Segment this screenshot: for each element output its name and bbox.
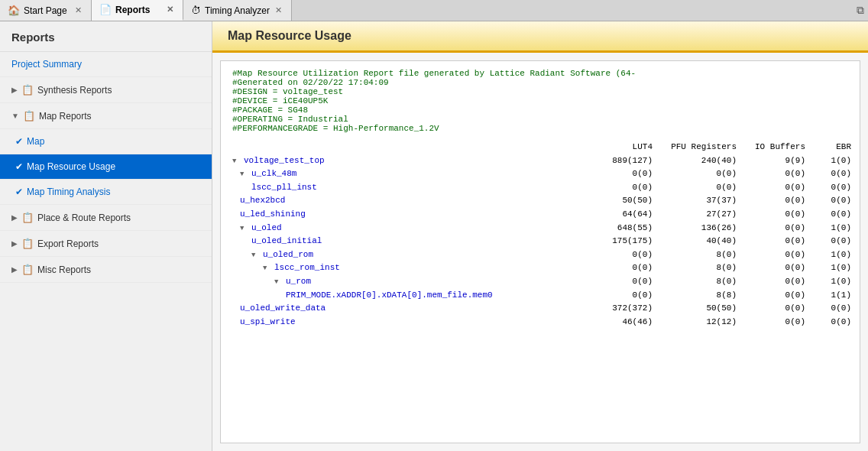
tab-start-page[interactable]: 🏠 Start Page ✕ bbox=[0, 0, 92, 21]
sidebar-item-place-route[interactable]: ▶ 📋 Place & Route Reports bbox=[0, 205, 212, 231]
timing-icon: ⏱ bbox=[191, 5, 201, 16]
report-inner: #Map Resource Utilization Report file ge… bbox=[221, 61, 860, 336]
table-row: PRIM_MODE.xADDR[0].xDATA[0].mem_file.mem… bbox=[232, 289, 848, 303]
export-reports-label: Export Reports bbox=[37, 238, 99, 249]
map-check-icon: ✔ bbox=[15, 136, 23, 147]
row-name-u-led-shining: u_led_shining bbox=[232, 208, 576, 222]
map-reports-arrow: ▼ bbox=[11, 112, 19, 120]
sidebar-item-map-reports[interactable]: ▼ 📋 Map Reports bbox=[0, 103, 212, 129]
content-area: Map Resource Usage #Map Resource Utiliza… bbox=[212, 21, 868, 451]
home-icon: 🏠 bbox=[8, 5, 20, 16]
sidebar-item-map[interactable]: ✔ Map bbox=[0, 129, 212, 154]
restore-icon[interactable]: ⧉ bbox=[857, 4, 864, 17]
table-row: ▼ u_clk_48m 0(0) 0(0) 0(0) 0(0) bbox=[232, 167, 848, 181]
tab-reports-close[interactable]: ✕ bbox=[165, 5, 175, 15]
misc-reports-label: Misc Reports bbox=[37, 264, 91, 275]
misc-icon: 📋 bbox=[21, 264, 34, 275]
report-line-6: #OPERATING = Industrial bbox=[232, 115, 848, 124]
map-timing-check-icon: ✔ bbox=[15, 187, 23, 197]
table-row: ▼ u_rom 0(0) 8(0) 0(0) 1(0) bbox=[232, 275, 848, 289]
main-container: Reports Project Summary ▶ 📋 Synthesis Re… bbox=[0, 21, 868, 451]
content-title: Map Resource Usage bbox=[228, 29, 351, 42]
table-row: u_spi_write 46(46) 12(12) 0(0) 0(0) bbox=[232, 316, 848, 329]
reports-icon: 📄 bbox=[99, 4, 112, 15]
table-row: u_oled_write_data 372(372) 50(50) 0(0) 0… bbox=[232, 302, 848, 316]
map-resource-check-icon: ✔ bbox=[15, 161, 23, 172]
misc-arrow: ▶ bbox=[11, 265, 18, 274]
table-row: lscc_pll_inst 0(0) 0(0) 0(0) 0(0) bbox=[232, 181, 848, 195]
row-name-lscc-pll-inst: lscc_pll_inst bbox=[232, 181, 576, 195]
report-line-2: #Generated on 02/20/22 17:04:09 bbox=[232, 78, 848, 87]
sidebar-item-misc-reports[interactable]: ▶ 📋 Misc Reports bbox=[0, 257, 212, 283]
tab-timing-close[interactable]: ✕ bbox=[274, 5, 283, 15]
report-line-4: #DEVICE = iCE40UP5K bbox=[232, 96, 848, 105]
tab-timing-analyzer[interactable]: ⏱ Timing Analyzer ✕ bbox=[183, 0, 292, 21]
row-name-voltage-test-top: ▼ voltage_test_top bbox=[232, 154, 576, 168]
table-row: ▼ voltage_test_top 889(127) 240(40) 9(9)… bbox=[232, 154, 848, 168]
map-reports-label: Map Reports bbox=[39, 111, 92, 122]
sidebar-item-synthesis-reports[interactable]: ▶ 📋 Synthesis Reports bbox=[0, 77, 212, 103]
row-name-lscc-rom-inst: ▼ lscc_rom_inst bbox=[232, 261, 576, 275]
export-icon: 📋 bbox=[21, 238, 34, 249]
place-route-arrow: ▶ bbox=[11, 213, 18, 222]
tab-timing-label: Timing Analyzer bbox=[205, 5, 270, 16]
synthesis-reports-label: Synthesis Reports bbox=[37, 85, 112, 96]
export-arrow: ▶ bbox=[11, 239, 18, 248]
report-line-7: #PERFORMANCEGRADE = High-Performance_1.2… bbox=[232, 124, 848, 133]
row-name-u-oled-rom: ▼ u_oled_rom bbox=[232, 248, 576, 262]
tab-bar-end: ⧉ bbox=[857, 0, 868, 21]
row-name-prim-mode: PRIM_MODE.xADDR[0].xDATA[0].mem_file.mem… bbox=[232, 289, 576, 303]
report-line-1: #Map Resource Utilization Report file ge… bbox=[232, 69, 848, 78]
place-route-icon: 📋 bbox=[21, 212, 34, 223]
table-row: ▼ u_oled 648(55) 136(26) 0(0) 1(0) bbox=[232, 222, 848, 235]
table-row: u_led_shining 64(64) 27(27) 0(0) 0(0) bbox=[232, 208, 848, 222]
sidebar-title: Reports bbox=[0, 21, 212, 52]
sidebar-item-map-timing-analysis[interactable]: ✔ Map Timing Analysis bbox=[0, 180, 212, 205]
row-name-u-oled-initial: u_oled_initial bbox=[232, 235, 576, 248]
table-row: u_hex2bcd 50(50) 37(37) 0(0) 0(0) bbox=[232, 194, 848, 208]
map-label: Map bbox=[27, 136, 44, 147]
col-header-ebr: EBR bbox=[805, 141, 851, 154]
tab-start-page-close[interactable]: ✕ bbox=[73, 5, 83, 15]
map-timing-analysis-label: Map Timing Analysis bbox=[27, 187, 110, 197]
col-header-pfu: PFU Registers bbox=[653, 141, 737, 154]
sidebar-item-export-reports[interactable]: ▶ 📋 Export Reports bbox=[0, 231, 212, 257]
tab-reports[interactable]: 📄 Reports ✕ bbox=[92, 0, 183, 21]
col-header-io: IO Buffers bbox=[737, 141, 805, 154]
tab-start-page-label: Start Page bbox=[24, 5, 67, 16]
row-name-u-oled-write-data: u_oled_write_data bbox=[232, 302, 576, 316]
report-line-3: #DESIGN = voltage_test bbox=[232, 87, 848, 96]
row-name-u-spi-write: u_spi_write bbox=[232, 316, 576, 329]
map-resource-usage-label: Map Resource Usage bbox=[27, 161, 115, 172]
row-name-u-clk-48m: ▼ u_clk_48m bbox=[232, 167, 576, 181]
table-row: u_oled_initial 175(175) 40(40) 0(0) 0(0) bbox=[232, 235, 848, 248]
table-header: LUT4 PFU Registers IO Buffers EBR bbox=[232, 141, 848, 154]
table-row: ▼ u_oled_rom 0(0) 8(0) 0(0) 1(0) bbox=[232, 248, 848, 262]
sidebar-item-map-resource-usage[interactable]: ✔ Map Resource Usage bbox=[0, 154, 212, 180]
row-name-u-oled: ▼ u_oled bbox=[232, 222, 576, 235]
sidebar: Reports Project Summary ▶ 📋 Synthesis Re… bbox=[0, 21, 212, 451]
report-container[interactable]: #Map Resource Utilization Report file ge… bbox=[220, 60, 860, 443]
synthesis-icon: 📋 bbox=[21, 84, 34, 96]
project-summary-label: Project Summary bbox=[11, 59, 82, 70]
report-table: LUT4 PFU Registers IO Buffers EBR ▼ volt… bbox=[232, 141, 848, 329]
report-line-5: #PACKAGE = SG48 bbox=[232, 105, 848, 115]
tab-reports-label: Reports bbox=[115, 5, 150, 15]
table-row: ▼ lscc_rom_inst 0(0) 8(0) 0(0) 1(0) bbox=[232, 261, 848, 275]
map-reports-icon: 📋 bbox=[23, 110, 35, 122]
sidebar-item-project-summary[interactable]: Project Summary bbox=[0, 52, 212, 77]
tab-bar: 🏠 Start Page ✕ 📄 Reports ✕ ⏱ Timing Anal… bbox=[0, 0, 868, 21]
synthesis-arrow: ▶ bbox=[11, 86, 18, 94]
col-header-lut4: LUT4 bbox=[576, 141, 653, 154]
row-name-u-hex2bcd: u_hex2bcd bbox=[232, 194, 576, 208]
content-header: Map Resource Usage bbox=[212, 21, 868, 53]
row-name-u-rom: ▼ u_rom bbox=[232, 275, 576, 289]
place-route-label: Place & Route Reports bbox=[37, 213, 131, 223]
